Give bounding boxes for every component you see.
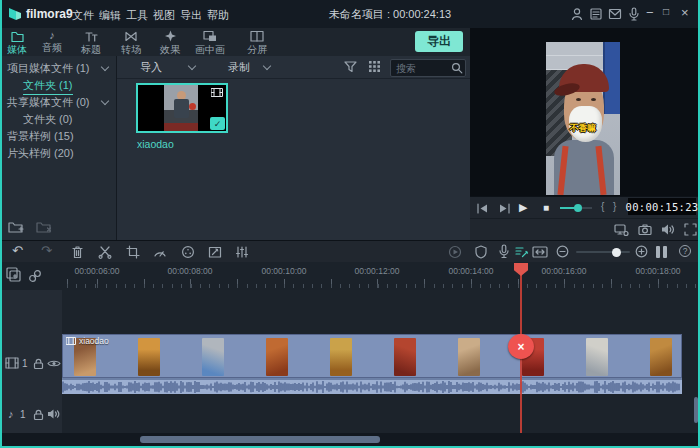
snapshot-camera-icon[interactable] [638,223,652,238]
record-button[interactable]: 录制 [228,60,250,75]
grid-view-icon[interactable] [368,60,381,75]
toggle-track-visibility-icon[interactable] [47,358,61,371]
menu-tools[interactable]: 工具 [126,8,148,23]
menu-help[interactable]: 帮助 [207,8,229,23]
sidebar-item-folder-0[interactable]: 文件夹 (0) [23,112,73,127]
ruler-label: 00:00:12:00 [355,266,400,276]
sidebar-item-folder-1[interactable]: 文件夹 (1) [23,78,73,95]
sidebar-item-shared-media[interactable]: 共享媒体文件 (0) [7,95,90,110]
lock-track-icon[interactable] [32,408,45,423]
tab-titles[interactable]: 标题 [77,30,105,57]
import-button[interactable]: 导入 [140,60,162,75]
overlay-track-lane[interactable] [62,290,700,334]
ruler-label: 00:00:10:00 [262,266,307,276]
media-item-caption: xiaodao [137,138,174,150]
search-input[interactable]: 搜索 [390,59,466,77]
sidebar-item-sample-backgrounds[interactable]: 背景样例 (15) [7,129,74,144]
minimize-button[interactable]: − [646,6,654,19]
mark-out-icon[interactable]: } [613,201,616,212]
display-settings-icon[interactable] [614,223,629,239]
tab-splitscreen[interactable]: 分屏 [242,30,272,57]
menu-edit[interactable]: 编辑 [99,8,121,23]
import-dropdown-chevron-icon[interactable] [188,62,196,70]
ruler-label: 00:00:16:00 [542,266,587,276]
preview-video[interactable]: 不香嘛 [546,42,620,195]
previous-frame-icon[interactable] [476,203,489,216]
filmora-logo-icon [8,7,22,21]
next-frame-icon[interactable] [498,203,511,216]
clip-frame-thumbnail [330,338,352,376]
clip-frame-thumbnail [202,338,224,376]
media-item-xiaodao[interactable]: ✓ [136,83,228,133]
record-dropdown-chevron-icon[interactable] [263,62,271,70]
ruler-minor-ticks [62,284,700,288]
tab-transitions[interactable]: 转场 [117,30,145,57]
clip-waveform [62,378,682,394]
redo-icon[interactable]: ↷ [41,244,52,257]
manage-tracks-icon[interactable] [6,267,23,285]
sidebar-item-sample-intros[interactable]: 片头样例 (20) [7,146,74,161]
stop-button[interactable]: ■ [543,202,549,213]
advanced-edit-icon[interactable] [208,245,222,261]
close-button[interactable]: × [681,6,689,19]
crop-icon[interactable] [126,245,140,261]
video-track-icon [5,357,19,371]
render-preview-icon[interactable] [448,245,462,261]
window-border-left [0,0,2,448]
playback-controls: ▶ ■ { } 00:00:15:23 [470,196,700,219]
chevron-down-icon[interactable] [101,97,109,105]
fullscreen-icon[interactable] [684,223,697,238]
mark-in-icon[interactable]: { [601,201,604,212]
add-folder-icon[interactable] [8,220,25,236]
export-button[interactable]: 导出 [415,31,463,52]
ruler-label: 00:00:06:00 [75,266,120,276]
voiceover-mic-icon[interactable] [497,244,511,261]
undo-icon[interactable]: ↶ [12,244,23,257]
tab-effects[interactable]: 效果 [156,30,184,57]
mic-feedback-icon[interactable] [627,7,641,23]
horizontal-scrollbar[interactable] [140,436,380,443]
audio-mixer-icon[interactable] [235,245,249,261]
menu-export[interactable]: 导出 [180,8,202,23]
zoom-out-icon[interactable] [556,245,569,260]
slider-thumb[interactable] [574,204,582,212]
lock-track-icon[interactable] [32,357,45,372]
chevron-down-icon[interactable] [101,63,109,71]
cut-clip-button[interactable]: × [508,334,534,359]
zoom-in-icon[interactable] [635,245,648,260]
zoom-slider-thumb[interactable] [612,248,621,257]
timeline-clip-xiaodao[interactable]: xiaodao [62,334,682,394]
filter-icon[interactable] [344,60,357,75]
menu-file[interactable]: 文件 [72,8,94,23]
media-toolbar: 导入 录制 搜索 [117,56,470,79]
speed-icon[interactable] [153,246,167,260]
denoise-edit-icon[interactable] [514,245,529,261]
audio-track-icon: ♪ [8,408,14,420]
color-correction-icon[interactable] [181,245,195,261]
delete-icon[interactable] [71,245,84,261]
mail-icon[interactable] [608,8,622,22]
menu-view[interactable]: 视图 [153,8,175,23]
video-track-number: 1 [22,358,28,369]
timeline-zoom-slider[interactable] [576,251,630,253]
zoom-fit-timeline-icon[interactable] [532,246,548,260]
shield-icon[interactable] [474,245,488,261]
account-icon[interactable] [570,7,584,23]
timeline-ruler[interactable]: 00:00:06:00 00:00:08:00 00:00:10:00 00:0… [0,262,700,291]
delete-folder-icon[interactable] [36,220,53,236]
maximize-button[interactable]: □ [663,7,669,17]
help-icon[interactable]: ? [679,245,691,257]
play-button[interactable]: ▶ [519,201,527,214]
news-icon[interactable] [589,7,603,23]
link-clips-icon[interactable] [28,269,42,285]
track-height-icon[interactable] [656,246,667,258]
sidebar-item-project-media[interactable]: 项目媒体文件 (1) [7,61,90,76]
tab-media[interactable]: 媒体 [3,30,31,57]
speaker-icon[interactable] [661,223,675,238]
tab-pip[interactable]: 画中画 [190,30,230,57]
split-scissors-icon[interactable] [98,245,112,261]
tab-audio[interactable]: ♪ 音频 [38,30,66,55]
audio-track-lane[interactable] [62,396,700,434]
mute-track-icon[interactable] [47,408,61,422]
preview-volume-slider[interactable] [560,207,592,209]
